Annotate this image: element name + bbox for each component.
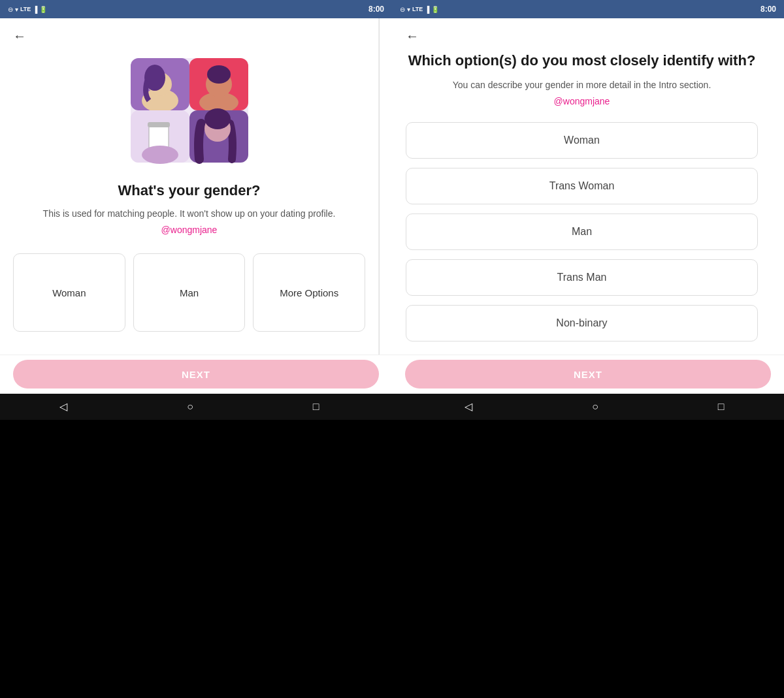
left-title: What's your gender? <box>118 182 261 199</box>
recents-nav-icon-left[interactable]: □ <box>313 401 319 413</box>
right-battery-icon: 🔋 <box>431 6 439 13</box>
home-nav-icon-left[interactable]: ○ <box>187 401 193 413</box>
signal-icon: ▐ <box>33 6 37 13</box>
right-username: @wongmjane <box>554 96 610 106</box>
main-content: ← <box>0 18 784 355</box>
left-back-button[interactable]: ← <box>13 29 26 44</box>
option-man-button[interactable]: Man <box>133 253 246 332</box>
svg-point-12 <box>142 146 178 164</box>
svg-point-8 <box>207 65 231 84</box>
left-panel: ← <box>0 18 379 355</box>
recents-nav-icon-right[interactable]: □ <box>718 401 725 413</box>
left-time: 8:00 <box>368 5 384 14</box>
right-panel: ← Which option(s) do you most closely id… <box>380 18 784 355</box>
right-title: Which option(s) do you most closely iden… <box>408 52 756 71</box>
left-username: @wongmjane <box>161 225 218 235</box>
status-bar-right: ⊖ ▾ LTE ▐ 🔋 8:00 <box>392 0 784 18</box>
right-description: You can describe your gender in more det… <box>453 78 711 92</box>
right-next-button[interactable]: NEXT <box>405 360 771 389</box>
battery-icon: 🔋 <box>39 6 47 13</box>
home-nav-icon-right[interactable]: ○ <box>592 401 598 413</box>
option-list-woman-button[interactable]: Woman <box>406 122 758 159</box>
right-do-not-disturb-icon: ⊖ <box>400 6 405 13</box>
right-lte-label: LTE <box>412 6 423 12</box>
right-next-bar: NEXT <box>392 355 784 394</box>
option-woman-button[interactable]: Woman <box>13 253 125 332</box>
svg-rect-11 <box>148 122 170 127</box>
wifi-icon: ▾ <box>15 6 18 13</box>
left-next-button[interactable]: NEXT <box>13 360 379 389</box>
option-list-trans-man-button[interactable]: Trans Man <box>406 259 758 296</box>
back-nav-icon-right[interactable]: ◁ <box>465 400 472 413</box>
option-more-button[interactable]: More Options <box>253 253 365 332</box>
back-nav-icon-left[interactable]: ◁ <box>59 400 67 413</box>
option-list-man-button[interactable]: Man <box>406 214 758 250</box>
left-status-icons: ⊖ ▾ LTE ▐ 🔋 <box>8 6 47 13</box>
left-next-bar: NEXT <box>0 355 392 394</box>
right-time: 8:00 <box>760 5 776 14</box>
option-list-nonbinary-button[interactable]: Non-binary <box>406 305 758 341</box>
do-not-disturb-icon: ⊖ <box>8 6 13 13</box>
status-bar: ⊖ ▾ LTE ▐ 🔋 8:00 ⊖ ▾ LTE ▐ 🔋 8:00 <box>0 0 784 18</box>
left-options-grid: Woman Man More Options <box>13 253 365 332</box>
status-bar-left: ⊖ ▾ LTE ▐ 🔋 8:00 <box>0 0 392 18</box>
right-status-icons: ⊖ ▾ LTE ▐ 🔋 <box>400 6 439 13</box>
lte-label: LTE <box>20 6 31 12</box>
right-signal-icon: ▐ <box>425 6 429 13</box>
option-list-trans-woman-button[interactable]: Trans Woman <box>406 168 758 204</box>
right-back-button[interactable]: ← <box>406 29 419 44</box>
gender-illustration <box>124 52 255 169</box>
right-wifi-icon: ▾ <box>407 6 410 13</box>
left-description: This is used for matching people. It won… <box>43 207 336 221</box>
android-nav-bar: ◁ ○ □ ◁ ○ □ <box>0 394 784 420</box>
right-options-list: Woman Trans Woman Man Trans Man Non-bina… <box>406 122 758 341</box>
svg-point-15 <box>204 108 231 129</box>
next-bar: NEXT NEXT <box>0 355 784 394</box>
